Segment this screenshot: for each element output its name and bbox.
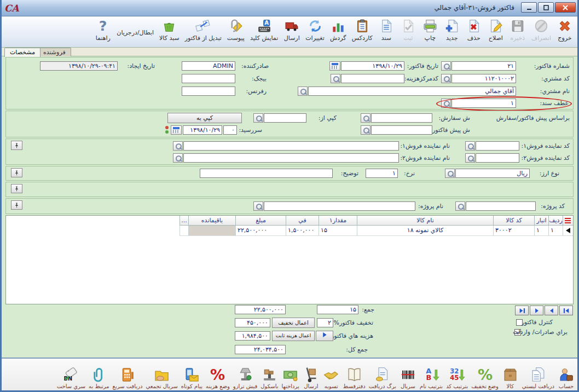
rate-field[interactable]: ۱ [366, 169, 398, 178]
invoice-date-field[interactable]: ۱۳۹۸/۱۰/۲۹ [341, 61, 404, 71]
toolbar-cancel[interactable]: انصراف [529, 18, 554, 47]
copy-to-button[interactable]: کپي به [167, 113, 242, 123]
btb-list-receive[interactable]: دريافت ليستي [520, 366, 556, 389]
project-code-search-icon[interactable] [455, 201, 465, 211]
bijak-field[interactable] [182, 74, 235, 83]
order-no-search-icon[interactable] [361, 113, 370, 123]
table-row[interactable]: ۱ ۱ ۳۰۰۰۲ کالاي نمونه ۱۸ ۱۵ ۱,۵۰۰,۰۰۰ ۲۲… [6, 226, 573, 236]
agent1-name-field[interactable] [183, 141, 399, 151]
btb-cost-setting[interactable]: % وضع هزينه [204, 366, 231, 389]
invoice-no-field[interactable]: ۲۱ [451, 61, 516, 71]
toolbar-circulation[interactable]: گردش [327, 18, 349, 47]
close-button[interactable] [555, 2, 576, 13]
cell-more[interactable] [180, 226, 188, 236]
btb-discount-setting[interactable]: % وضع تخفيف [470, 366, 500, 389]
btb-sort-by-name[interactable]: AB بترتيب نام [418, 366, 444, 389]
agent1-code-field[interactable] [476, 141, 519, 151]
discount-pct-field[interactable]: ۲ [317, 318, 333, 327]
cell-amount[interactable]: ۲۲,۵۰۰,۰۰۰ [235, 226, 286, 236]
toolbar-void-inprogress[interactable]: ابطال/درجريان [114, 18, 157, 47]
nav-first-button[interactable] [515, 305, 529, 315]
col-store[interactable]: انبار [534, 216, 548, 226]
btb-bulk-serial[interactable]: سريال تجمعي [144, 366, 179, 389]
copy-from-field[interactable] [264, 113, 306, 123]
col-qty[interactable]: مقدار۱ [319, 216, 357, 226]
cell-qty[interactable]: ۱۵ [319, 226, 357, 236]
toolbar-edit[interactable]: اصلاح [485, 18, 507, 47]
proforma-no-field[interactable] [371, 125, 432, 135]
due-date-calendar-icon[interactable] [171, 125, 182, 135]
section-pin-button[interactable] [11, 168, 22, 177]
toolbar-show-keys[interactable]: A نمايش کليد [247, 18, 281, 47]
toolbar-changes[interactable]: تغييرات [303, 18, 327, 47]
btb-quick-receive[interactable]: دريافت سريع [111, 366, 144, 389]
grid-menu-cell[interactable] [563, 216, 573, 226]
agent2-code-field[interactable] [476, 153, 519, 163]
btb-scale-slip[interactable]: فيش ترازو [231, 366, 259, 389]
note-field[interactable] [200, 169, 333, 178]
costs-expand-button[interactable] [316, 331, 333, 341]
btb-account[interactable]: حساب [556, 366, 576, 389]
btb-weighbridge[interactable]: باسکول [259, 366, 280, 389]
cell-unit-price[interactable]: ۱,۵۰۰,۰۰۰ [286, 226, 319, 236]
invoice-date-calendar-icon[interactable] [329, 61, 340, 71]
tab-details[interactable]: مشخصات [4, 48, 40, 57]
tab-seller[interactable]: فروشنده [38, 48, 71, 56]
proforma-no-search-icon[interactable] [361, 125, 370, 135]
customer-code-search-icon[interactable] [441, 74, 451, 83]
cost-center-search-icon[interactable] [331, 74, 340, 83]
due-days-field[interactable]: ۰ [223, 125, 237, 135]
section-pin-button[interactable] [11, 184, 22, 193]
currency-search-icon[interactable] [445, 169, 455, 178]
customer-code-field[interactable]: ۱۱۲۰۱۰۰۰۲ [451, 74, 516, 83]
toolbar-delete[interactable]: حذف [463, 18, 485, 47]
agent2-name-search-icon[interactable] [173, 153, 183, 163]
toolbar-document[interactable]: سند [375, 18, 397, 47]
btb-goods[interactable]: کالا [500, 366, 520, 389]
project-name-search-icon[interactable] [253, 201, 263, 211]
col-amount[interactable]: مبلغ [235, 216, 286, 226]
toolbar-submit[interactable]: ثبت [397, 18, 419, 47]
btb-payments[interactable]: پرداختها [280, 366, 300, 389]
agent1-code-search-icon[interactable] [465, 141, 475, 151]
btb-settlement[interactable]: تسويه [321, 366, 341, 389]
col-item-name[interactable]: نام کالا [357, 216, 493, 226]
col-more[interactable]: ... [180, 216, 188, 226]
col-remaining[interactable]: باقيمانده [188, 216, 235, 226]
col-unit-price[interactable]: في [286, 216, 319, 226]
copy-from-search-icon[interactable] [253, 113, 263, 123]
agent1-name-search-icon[interactable] [173, 141, 183, 151]
reference-field[interactable] [182, 87, 235, 96]
cell-item-name[interactable]: کالاي نمونه ۱۸ [357, 226, 493, 236]
apply-discount-button[interactable]: اعمال تخفيف [272, 318, 315, 328]
issuer-field[interactable]: ADMIN [182, 61, 235, 71]
agent2-code-search-icon[interactable] [465, 153, 475, 163]
toolbar-print[interactable]: چاپ [419, 18, 441, 47]
due-status-dots-icon[interactable] [164, 125, 169, 134]
toolbar-send[interactable]: ارسال [281, 18, 303, 47]
nav-last-button[interactable] [559, 305, 573, 315]
toolbar-save[interactable]: ذخيره [507, 18, 529, 47]
nav-prev-button[interactable] [545, 305, 558, 315]
apply-fixed-cost-button[interactable]: اعمال هزينه ثابت [272, 331, 315, 341]
toolbar-help[interactable]: ? راهنما [92, 18, 114, 47]
btb-batch-series[interactable]: BN سري ساخت [55, 366, 87, 389]
col-item-code[interactable]: کد کالا [493, 216, 534, 226]
section-pin-button[interactable] [11, 141, 22, 150]
btb-sms[interactable]: پيام کوتاه [180, 366, 204, 389]
order-no-field[interactable] [371, 113, 432, 123]
btb-serial[interactable]: سريال [398, 366, 418, 389]
cell-store[interactable]: ۱ [534, 226, 548, 236]
customer-name-field[interactable]: آقاي جمالي [308, 87, 516, 96]
cost-center-field[interactable] [341, 74, 404, 83]
toolbar-convert-from-invoice[interactable]: تبديل از فاکتور [182, 18, 224, 47]
btb-related-to[interactable]: مرتبط به [87, 366, 111, 389]
btb-send[interactable]: ارسال [301, 366, 321, 389]
btb-sort-by-code[interactable]: 3245 بترتيب کد [444, 366, 470, 389]
minimize-button[interactable] [521, 2, 537, 13]
invoice-no-search-icon[interactable] [441, 61, 451, 71]
toolbar-kardex[interactable]: کاردکس [349, 18, 375, 47]
project-name-field[interactable] [264, 201, 415, 211]
section-pin-button[interactable] [11, 200, 22, 210]
btb-installment-book[interactable]: دفترقسط [341, 366, 367, 389]
